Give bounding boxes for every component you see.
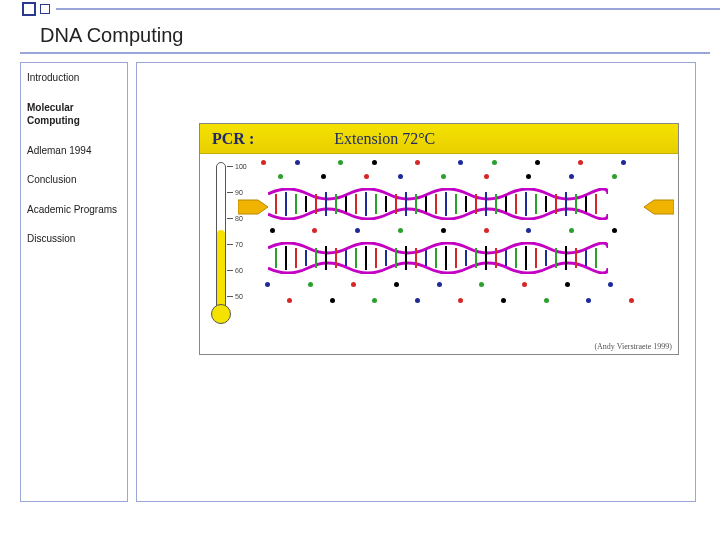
sidebar-item-molecular-computing[interactable]: Molecular Computing (27, 101, 121, 128)
sidebar-item-academic-programs[interactable]: Academic Programs (27, 203, 121, 217)
figure-credit: (Andy Vierstraete 1999) (594, 342, 672, 351)
dna-helix-bottom (268, 242, 608, 274)
accent-square-small-icon (40, 4, 50, 14)
pcr-header: PCR : Extension 72°C (200, 124, 678, 154)
content-panel: PCR : Extension 72°C 100 90 80 70 60 50 (136, 62, 696, 502)
sidebar-item-introduction[interactable]: Introduction (27, 71, 121, 85)
header-accent (0, 0, 720, 18)
pcr-stage: Extension 72°C (334, 130, 435, 148)
sidebar-item-discussion[interactable]: Discussion (27, 232, 121, 246)
pcr-figure: PCR : Extension 72°C 100 90 80 70 60 50 (199, 123, 679, 355)
sidebar-item-conclusion[interactable]: Conclusion (27, 173, 121, 187)
thermometer-icon: 100 90 80 70 60 50 (208, 162, 236, 322)
page-title: DNA Computing (40, 24, 183, 47)
svg-marker-0 (238, 200, 268, 214)
sidebar-item-adleman[interactable]: Adleman 1994 (27, 144, 121, 158)
accent-line (56, 8, 720, 10)
accent-square-icon (22, 2, 36, 16)
pcr-label: PCR : (212, 130, 254, 148)
sidebar: Introduction Molecular Computing Adleman… (20, 62, 128, 502)
svg-marker-34 (644, 200, 674, 214)
dna-diagram (244, 160, 672, 334)
primer-right-icon (644, 196, 674, 218)
tick-label: 60 (235, 267, 243, 274)
tick-label: 50 (235, 293, 243, 300)
title-underline (20, 52, 710, 54)
tick-label: 90 (235, 189, 243, 196)
dna-helix-top (268, 188, 608, 220)
primer-left-icon (238, 196, 268, 218)
tick-label: 70 (235, 241, 243, 248)
